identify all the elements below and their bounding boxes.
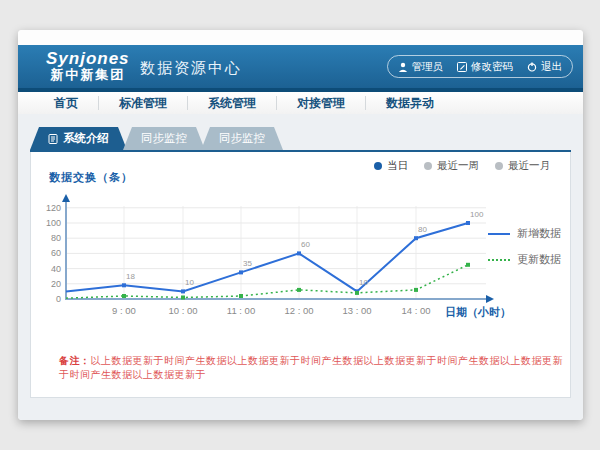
chart-legend: 新增数据 更新数据 [488, 226, 561, 267]
radio-dot-icon [374, 162, 382, 170]
svg-text:80: 80 [418, 225, 427, 234]
svg-text:80: 80 [51, 233, 61, 243]
document-icon [48, 134, 58, 144]
svg-text:9 : 00: 9 : 00 [112, 305, 136, 316]
svg-text:0: 0 [56, 294, 61, 304]
radio-last-month[interactable]: 最近一月 [495, 159, 550, 173]
brand-logo: Synjones 新中新集团 [46, 50, 130, 81]
app-header: Synjones 新中新集团 数据资源中心 管理员 修改密码 退出 [18, 45, 583, 88]
svg-text:10 : 00: 10 : 00 [168, 305, 197, 316]
user-icon [398, 62, 408, 72]
tab-label: 同步监控 [141, 131, 187, 146]
nav-item-data-change[interactable]: 数据异动 [366, 96, 454, 110]
edit-icon [457, 62, 467, 72]
legend-item-updated-data: 更新数据 [488, 252, 561, 267]
tab-label: 同步监控 [219, 131, 265, 146]
tab-label: 系统介绍 [63, 131, 109, 146]
svg-text:20: 20 [51, 279, 61, 289]
svg-text:11 : 00: 11 : 00 [227, 305, 255, 316]
nav-item-integration[interactable]: 对接管理 [277, 96, 366, 110]
radio-last-week[interactable]: 最近一周 [424, 159, 479, 173]
power-icon [527, 62, 537, 72]
brand-logo-en: Synjones [46, 50, 130, 68]
footnote-text: 以上数据更新于时间产生数据以上数据更新于时间产生数据以上数据更新于时间产生数据以… [59, 355, 563, 380]
brand-logo-cn: 新中新集团 [46, 68, 130, 82]
y-axis-title: 数据交换（条） [49, 170, 133, 185]
user-menu[interactable]: 管理员 [398, 60, 444, 74]
nav-item-standards[interactable]: 标准管理 [99, 96, 188, 110]
main-nav: 首页 标准管理 系统管理 对接管理 数据异动 [18, 92, 583, 115]
chart-panel: 当日 最近一周 最近一月 数据交换（条） 0204060801001209 : … [30, 152, 571, 398]
window-chrome [18, 30, 583, 46]
svg-text:18: 18 [126, 272, 135, 281]
app-window: Synjones 新中新集团 数据资源中心 管理员 修改密码 退出 首页 标准管… [18, 30, 583, 420]
tab-system-intro[interactable]: 系统介绍 [30, 127, 127, 150]
svg-text:14 : 00: 14 : 00 [401, 305, 430, 316]
change-password-button[interactable]: 修改密码 [457, 60, 513, 74]
radio-dot-icon [424, 162, 432, 170]
svg-text:40: 40 [51, 264, 61, 274]
svg-text:100: 100 [46, 218, 61, 228]
solid-line-swatch-icon [488, 233, 510, 235]
radio-label: 最近一周 [437, 159, 479, 173]
legend-item-new-data: 新增数据 [488, 226, 561, 241]
svg-text:100: 100 [470, 210, 484, 219]
legend-label: 新增数据 [517, 226, 561, 241]
radio-today[interactable]: 当日 [374, 159, 408, 173]
svg-text:60: 60 [51, 248, 61, 258]
footnote-prefix: 备注： [59, 355, 91, 366]
nav-item-home[interactable]: 首页 [34, 96, 99, 110]
legend-label: 更新数据 [517, 252, 561, 267]
svg-text:13 : 00: 13 : 00 [342, 305, 371, 316]
user-name-label: 管理员 [412, 60, 444, 74]
footnote: 备注：以上数据更新于时间产生数据以上数据更新于时间产生数据以上数据更新于时间产生… [59, 354, 570, 382]
tab-sync-monitor-2[interactable]: 同步监控 [201, 127, 283, 150]
tab-bar: 系统介绍 同步监控 同步监控 [30, 127, 283, 150]
svg-text:12 : 00: 12 : 00 [284, 305, 313, 316]
svg-text:120: 120 [46, 203, 61, 213]
logout-button[interactable]: 退出 [527, 60, 562, 74]
time-range-filter: 当日 最近一周 最近一月 [374, 159, 550, 173]
svg-text:10: 10 [185, 278, 194, 287]
svg-text:10: 10 [359, 278, 368, 287]
radio-dot-icon [495, 162, 503, 170]
nav-item-system[interactable]: 系统管理 [188, 96, 277, 110]
radio-label: 当日 [387, 159, 408, 173]
svg-text:日期（小时）: 日期（小时） [445, 306, 511, 319]
radio-label: 最近一月 [508, 159, 550, 173]
tab-sync-monitor-1[interactable]: 同步监控 [123, 127, 205, 150]
change-password-label: 修改密码 [471, 60, 513, 74]
svg-text:35: 35 [243, 259, 252, 268]
line-chart: 0204060801001209 : 0010 : 0011 : 0012 : … [41, 188, 531, 338]
content-area: 系统介绍 同步监控 同步监控 当日 最近一周 [18, 114, 583, 420]
svg-text:60: 60 [301, 240, 310, 249]
dotted-line-swatch-icon [488, 259, 510, 261]
page-title: 数据资源中心 [140, 59, 242, 78]
logout-label: 退出 [541, 60, 562, 74]
user-toolbar: 管理员 修改密码 退出 [387, 55, 574, 78]
